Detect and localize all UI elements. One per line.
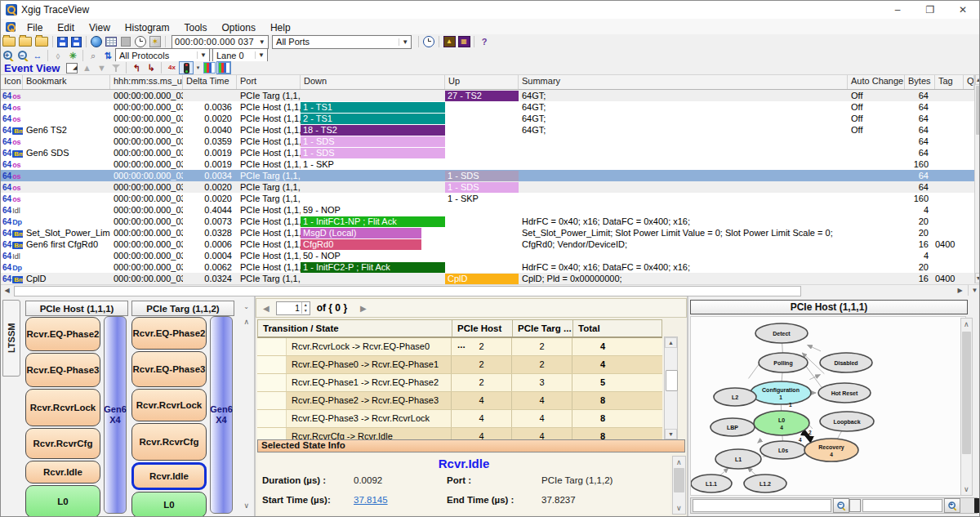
- panel-resize-handle[interactable]: [974, 498, 979, 513]
- table-row[interactable]: 64Idl000:00:00.000_0380.0004PCIe Host (1…: [1, 250, 974, 261]
- traffic-light-icon[interactable]: [184, 63, 189, 74]
- diagram-zoom-in-button[interactable]: +: [944, 498, 960, 513]
- jump-up-icon[interactable]: ↰: [130, 62, 143, 74]
- scroll-right-icon[interactable]: ▶: [954, 285, 966, 296]
- open-recent-icon[interactable]: [35, 37, 48, 47]
- ltssm-state-rcvr-rcvrcfg[interactable]: Rcvr.RcvrCfg: [131, 423, 207, 461]
- ltssm-column-header-host[interactable]: PCIe Host (1,1,1): [25, 301, 128, 316]
- ltssm-state-l0[interactable]: L0: [25, 485, 100, 517]
- menu-tools[interactable]: Tools: [177, 22, 215, 33]
- event-table-hscrollbar[interactable]: ◀ ▶ ▼: [1, 284, 980, 296]
- ltssm-column-header-target[interactable]: PCIe Targ (1,1,2): [131, 301, 234, 316]
- hscroll-thumb[interactable]: [14, 286, 801, 296]
- start-time-link[interactable]: 37.8145: [354, 495, 388, 505]
- column-header-delta-time[interactable]: Delta Time: [183, 75, 237, 89]
- menu-histogram[interactable]: Histogram: [118, 22, 177, 33]
- ltssm-state-rcvr-eq-phase2[interactable]: Rcvr.EQ-Phase2: [131, 317, 207, 350]
- menu-edit[interactable]: Edit: [50, 22, 82, 33]
- table-row[interactable]: 64BmSet_Slot_Power_Limit000:00:00.000_03…: [1, 227, 974, 238]
- restore-button[interactable]: ❐: [914, 1, 947, 19]
- prev-event-icon[interactable]: ▲: [80, 62, 93, 74]
- state-node-l0s[interactable]: L0s: [760, 441, 806, 459]
- nav-prev-icon[interactable]: ◀: [263, 304, 270, 313]
- column-header-bookmark[interactable]: Bookmark: [23, 75, 110, 89]
- info-scroll-down-icon[interactable]: ∨: [676, 504, 682, 512]
- column-header-up[interactable]: Up: [445, 75, 519, 89]
- help-icon[interactable]: ?: [478, 36, 491, 47]
- next-event-icon[interactable]: ▼: [95, 62, 108, 74]
- state-node-l2[interactable]: L2: [714, 388, 756, 406]
- table-row[interactable]: 64os000:00:00.000_0370.0034PCIe Targ (1,…: [1, 170, 974, 181]
- error-view-icon[interactable]: ▦: [458, 36, 470, 47]
- table-row[interactable]: 64BmGen6 SDS000:00:00.000_0370.0019PCIe …: [1, 147, 974, 158]
- table-row[interactable]: 64os000:00:00.000_0370.0020PCIe Targ (1,…: [1, 193, 974, 204]
- trigger-time-field[interactable]: 000:00:00.000 037 ▼: [172, 35, 269, 49]
- state-node-recovery[interactable]: Recovery4: [804, 439, 858, 461]
- table-row[interactable]: 64BmCplD000:00:00.000_0380.0324PCIe Targ…: [1, 273, 974, 284]
- ltssm-tab[interactable]: LTSSM: [2, 300, 20, 377]
- scroll-down-icon[interactable]: ▼: [975, 273, 980, 283]
- diagram-zoom-track[interactable]: [862, 499, 942, 512]
- traffic-caret-icon[interactable]: ▾: [194, 62, 201, 74]
- state-node-loopback[interactable]: Loopback: [820, 412, 874, 431]
- column-header-tag[interactable]: Tag: [935, 75, 964, 89]
- zoom-in-icon[interactable]: +: [2, 50, 14, 61]
- grid-green-icon[interactable]: [203, 62, 216, 74]
- column-header-port[interactable]: Port: [237, 75, 301, 89]
- table-row[interactable]: 64os000:00:00.000_037PCIe Targ (1,1,2)27…: [1, 90, 974, 101]
- time-dropdown-icon[interactable]: ▼: [259, 38, 265, 46]
- expert-view-icon[interactable]: ▲: [443, 36, 456, 47]
- menu-view[interactable]: View: [82, 22, 118, 33]
- ltssm-state-rcvr-idle[interactable]: Rcvr.Idle: [131, 462, 207, 490]
- page-spinner[interactable]: 1 ▲▼: [276, 301, 310, 315]
- transition-row[interactable]: Rcvr.EQ-Phase0 -> Rcvr.EQ-Phase1224: [257, 356, 662, 374]
- state-node-l11[interactable]: L1.1: [691, 475, 732, 492]
- table-row[interactable]: 64os000:00:00.000_0370.0019PCIe Host (1,…: [1, 158, 974, 170]
- transition-table-scrollbar[interactable]: ▲ ▼: [664, 336, 678, 440]
- ltssm-state-rcvr-eq-phase3[interactable]: Rcvr.EQ-Phase3: [131, 351, 207, 387]
- nav-next-icon[interactable]: ▶: [360, 304, 367, 313]
- menu-help[interactable]: Help: [263, 22, 298, 33]
- state-diagram[interactable]: DetectPollingDisabledConfiguration1Hot R…: [690, 316, 966, 496]
- diagram-scroll-up-icon[interactable]: ∧: [964, 320, 969, 328]
- ltssm-state-rcvr-eq-phase3[interactable]: Rcvr.EQ-Phase3: [25, 353, 100, 387]
- tcol-transition-state[interactable]: Transition / State: [258, 320, 452, 336]
- ltssm-scroll-up-icon[interactable]: ∧: [243, 318, 249, 326]
- transition-row[interactable]: Rcvr.EQ-Phase2 -> Rcvr.EQ-Phase3448: [257, 392, 662, 410]
- ltssm-state-rcvr-rcvrlock[interactable]: Rcvr.RcvrLock: [25, 389, 100, 426]
- jump-down-icon[interactable]: ↳: [145, 62, 158, 74]
- state-node-disabled[interactable]: Disabled: [820, 353, 872, 372]
- select-cursor-icon[interactable]: [66, 63, 78, 74]
- diagram-scroll-down-icon[interactable]: ∨: [964, 485, 969, 493]
- tcol-total[interactable]: Total: [572, 320, 634, 336]
- diagram-zoom-out-button[interactable]: −: [833, 498, 849, 513]
- column-header-icon[interactable]: Icon: [1, 75, 23, 89]
- protocols-combo-arrow-icon[interactable]: ▼: [197, 51, 209, 59]
- timer-icon[interactable]: [135, 36, 146, 47]
- table-row[interactable]: 64os000:00:00.000_0370.0036PCIe Host (1,…: [1, 101, 974, 113]
- table-row[interactable]: 64os000:00:00.000_0370.0359PCIe Host (1,…: [1, 136, 974, 147]
- state-info-scrollbar[interactable]: ∧ ∨: [672, 456, 686, 515]
- pane-dropdown-icon[interactable]: ▼: [968, 285, 980, 296]
- state-node-l1[interactable]: L1: [715, 449, 761, 469]
- state-node-detect[interactable]: Detect: [755, 323, 808, 343]
- ports-combo[interactable]: All Ports ▼: [272, 35, 412, 49]
- state-node-hotreset[interactable]: Hot Reset: [818, 383, 871, 403]
- table-row[interactable]: 64BmGen6 first CfgRd0000:00:00.000_0380.…: [1, 238, 974, 250]
- info-scroll-up-icon[interactable]: ∧: [676, 458, 682, 466]
- tag-icon[interactable]: ⬨: [51, 50, 65, 61]
- tcol-host[interactable]: PCIe Host ...: [452, 320, 512, 336]
- menu-options[interactable]: Options: [215, 22, 263, 33]
- event-table-vscrollbar[interactable]: ▲ ▼: [974, 74, 980, 283]
- table-row[interactable]: 64BmGen6 TS2000:00:00.000_0370.0040PCIe …: [1, 124, 974, 136]
- save-all-icon[interactable]: [71, 37, 82, 47]
- ltssm-state-rcvr-idle[interactable]: Rcvr.Idle: [25, 461, 100, 484]
- transition-row[interactable]: Rcvr.EQ-Phase3 -> Rcvr.RcvrLock448: [257, 410, 662, 428]
- state-node-config[interactable]: Configuration1: [751, 381, 811, 404]
- grid-view-icon[interactable]: [105, 37, 117, 47]
- state-node-l12[interactable]: L1.2: [744, 475, 786, 492]
- protocols-combo[interactable]: All Protocols ▼: [115, 48, 210, 62]
- lane-combo-arrow-icon[interactable]: ▼: [255, 51, 267, 59]
- diagram-scrollbar[interactable]: ∧ ∨: [960, 318, 973, 496]
- ltssm-state-rcvr-rcvrlock[interactable]: Rcvr.RcvrLock: [131, 389, 207, 421]
